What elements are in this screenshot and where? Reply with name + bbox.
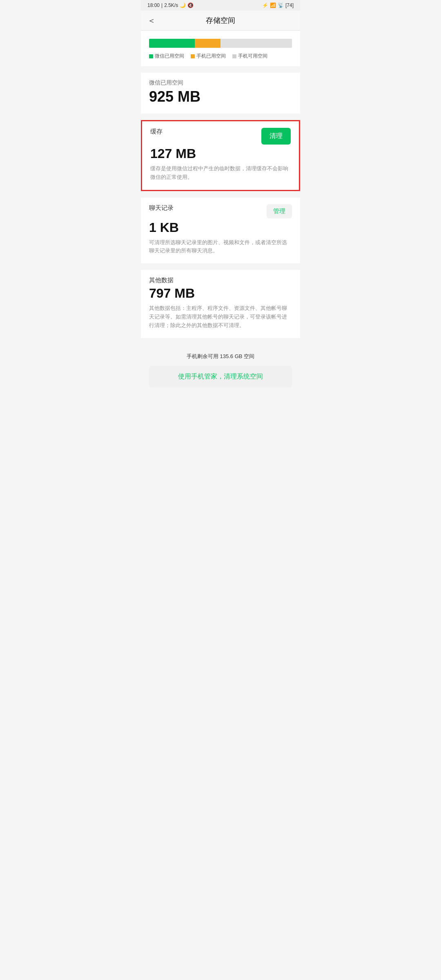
clean-cache-button[interactable]: 清理 bbox=[261, 128, 291, 145]
cache-desc: 缓存是使用微信过程中产生的临时数据，清理缓存不会影响微信的正常使用。 bbox=[150, 165, 291, 182]
legend-item-phone: 手机已用空间 bbox=[191, 53, 226, 60]
divider-5 bbox=[141, 341, 300, 345]
cache-label-group: 缓存 bbox=[150, 128, 163, 137]
battery-value: 74 bbox=[287, 2, 292, 8]
chat-desc: 可清理所选聊天记录里的图片、视频和文件，或者清空所选聊天记录里的所有聊天消息。 bbox=[149, 238, 292, 256]
footer-info: 手机剩余可用 135.6 GB 空间 bbox=[149, 353, 292, 360]
legend-label-wechat: 微信已用空间 bbox=[155, 53, 184, 60]
legend-item-wechat: 微信已用空间 bbox=[149, 53, 184, 60]
bar-available bbox=[220, 39, 292, 48]
divider-2 bbox=[141, 117, 300, 120]
divider-1 bbox=[141, 69, 300, 73]
footer-prefix: 手机剩余可用 bbox=[187, 353, 220, 359]
chat-value: 1 KB bbox=[149, 220, 292, 235]
legend-dot-wechat bbox=[149, 54, 153, 58]
legend-dot-phone bbox=[191, 54, 195, 58]
chat-section: 聊天记录 管理 1 KB 可清理所选聊天记录里的图片、视频和文件，或者清空所选聊… bbox=[141, 198, 300, 264]
back-button[interactable]: ＜ bbox=[147, 15, 156, 26]
storage-bar-section: 微信已用空间 手机已用空间 手机可用空间 bbox=[141, 31, 300, 66]
chat-label-group: 聊天记录 bbox=[149, 204, 174, 214]
status-left: 18:00 | 2.5K/s 🌙 🔇 bbox=[147, 2, 194, 8]
wechat-usage-value: 925 MB bbox=[149, 88, 292, 105]
cache-value: 127 MB bbox=[150, 146, 291, 161]
divider-4 bbox=[141, 267, 300, 270]
wechat-usage-section: 微信已用空间 925 MB bbox=[141, 73, 300, 114]
cache-section: 缓存 清理 127 MB 缓存是使用微信过程中产生的临时数据，清理缓存不会影响微… bbox=[141, 120, 300, 191]
signal-icon: 📶 bbox=[270, 2, 276, 8]
chat-header: 聊天记录 管理 bbox=[149, 204, 292, 218]
other-data-section: 其他数据 797 MB 其他数据包括：主程序、程序文件、资源文件、其他帐号聊天记… bbox=[141, 270, 300, 338]
legend-label-available: 手机可用空间 bbox=[238, 53, 267, 60]
mute-icon: 🔇 bbox=[187, 2, 194, 8]
legend-dot-available bbox=[232, 54, 236, 58]
status-time: 18:00 bbox=[147, 2, 160, 8]
status-bar: 18:00 | 2.5K/s 🌙 🔇 ⚡ 📶 📡 [74] bbox=[141, 0, 300, 11]
footer: 手机剩余可用 135.6 GB 空间 使用手机管家，清理系统空间 bbox=[141, 345, 300, 388]
cache-header: 缓存 清理 bbox=[150, 128, 291, 145]
wifi-icon: 📡 bbox=[278, 2, 284, 8]
status-network: | bbox=[161, 2, 163, 8]
storage-bar bbox=[149, 39, 292, 48]
bar-wechat bbox=[149, 39, 195, 48]
other-data-desc: 其他数据包括：主程序、程序文件、资源文件、其他帐号聊天记录等。如需清理其他帐号的… bbox=[149, 304, 292, 330]
other-data-label: 其他数据 bbox=[149, 276, 292, 284]
phone-manager-button[interactable]: 使用手机管家，清理系统空间 bbox=[149, 366, 292, 388]
wechat-usage-label: 微信已用空间 bbox=[149, 79, 292, 87]
footer-suffix: 空间 bbox=[242, 353, 254, 359]
bluetooth-icon: ⚡ bbox=[262, 2, 268, 8]
other-data-value: 797 MB bbox=[149, 286, 292, 301]
legend-label-phone: 手机已用空间 bbox=[196, 53, 226, 60]
manage-chat-button[interactable]: 管理 bbox=[267, 204, 292, 218]
status-speed: 2.5K/s bbox=[164, 2, 178, 8]
divider-3 bbox=[141, 194, 300, 198]
bar-phone bbox=[195, 39, 220, 48]
header: ＜ 存储空间 bbox=[141, 11, 300, 31]
legend: 微信已用空间 手机已用空间 手机可用空间 bbox=[149, 53, 292, 60]
footer-available: 135.6 GB bbox=[220, 353, 243, 359]
status-right: ⚡ 📶 📡 [74] bbox=[262, 2, 294, 8]
chat-label: 聊天记录 bbox=[149, 204, 174, 212]
moon-icon: 🌙 bbox=[180, 2, 186, 8]
page-title: 存储空间 bbox=[206, 16, 235, 25]
battery-icon: [74] bbox=[285, 2, 294, 8]
legend-item-available: 手机可用空间 bbox=[232, 53, 267, 60]
cache-label: 缓存 bbox=[150, 128, 163, 136]
